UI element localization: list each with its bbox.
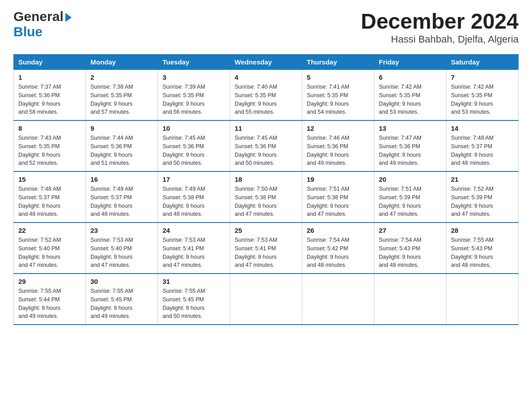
day-info: Sunrise: 7:38 AM Sunset: 5:35 PM Dayligh… [90, 83, 153, 116]
day-info: Sunrise: 7:48 AM Sunset: 5:37 PM Dayligh… [18, 185, 81, 218]
calendar-cell: 14 Sunrise: 7:48 AM Sunset: 5:37 PM Dayl… [446, 120, 519, 171]
day-info: Sunrise: 7:55 AM Sunset: 5:45 PM Dayligh… [163, 287, 225, 321]
day-info: Sunrise: 7:52 AM Sunset: 5:40 PM Dayligh… [18, 236, 81, 270]
calendar-week-5: 29 Sunrise: 7:55 AM Sunset: 5:44 PM Dayl… [14, 274, 519, 325]
calendar-cell: 28 Sunrise: 7:55 AM Sunset: 5:43 PM Dayl… [446, 223, 519, 274]
day-info: Sunrise: 7:54 AM Sunset: 5:43 PM Dayligh… [379, 236, 442, 270]
calendar-week-4: 22 Sunrise: 7:52 AM Sunset: 5:40 PM Dayl… [14, 223, 519, 274]
day-info: Sunrise: 7:43 AM Sunset: 5:35 PM Dayligh… [18, 134, 81, 167]
calendar-cell: 16 Sunrise: 7:49 AM Sunset: 5:37 PM Dayl… [86, 171, 158, 223]
day-info: Sunrise: 7:39 AM Sunset: 5:35 PM Dayligh… [163, 83, 225, 116]
day-info: Sunrise: 7:52 AM Sunset: 5:39 PM Dayligh… [451, 185, 514, 218]
day-header-wednesday: Wednesday [230, 55, 302, 70]
day-info: Sunrise: 7:47 AM Sunset: 5:36 PM Dayligh… [379, 134, 442, 167]
day-number: 23 [90, 227, 153, 234]
calendar-cell [230, 274, 302, 325]
day-info: Sunrise: 7:42 AM Sunset: 5:35 PM Dayligh… [451, 83, 514, 116]
day-header-monday: Monday [86, 55, 158, 70]
day-number: 17 [163, 176, 225, 183]
calendar-title: December 2024 [361, 9, 519, 34]
calendar-cell: 5 Sunrise: 7:41 AM Sunset: 5:35 PM Dayli… [302, 70, 374, 121]
day-number: 3 [163, 73, 225, 81]
day-number: 22 [18, 227, 81, 234]
calendar-cell: 30 Sunrise: 7:55 AM Sunset: 5:45 PM Dayl… [86, 274, 158, 325]
day-number: 10 [163, 124, 225, 132]
day-number: 12 [307, 124, 369, 132]
title-block: December 2024 Hassi Bahbah, Djelfa, Alge… [361, 9, 519, 45]
calendar-week-2: 8 Sunrise: 7:43 AM Sunset: 5:35 PM Dayli… [14, 120, 519, 171]
calendar-cell: 1 Sunrise: 7:37 AM Sunset: 5:36 PM Dayli… [14, 70, 86, 121]
day-info: Sunrise: 7:55 AM Sunset: 5:44 PM Dayligh… [18, 287, 81, 321]
calendar-cell: 27 Sunrise: 7:54 AM Sunset: 5:43 PM Dayl… [374, 223, 446, 274]
calendar-cell: 26 Sunrise: 7:54 AM Sunset: 5:42 PM Dayl… [302, 223, 374, 274]
calendar-cell: 2 Sunrise: 7:38 AM Sunset: 5:35 PM Dayli… [86, 70, 158, 121]
day-info: Sunrise: 7:53 AM Sunset: 5:41 PM Dayligh… [163, 236, 225, 270]
day-info: Sunrise: 7:51 AM Sunset: 5:39 PM Dayligh… [379, 185, 442, 218]
day-number: 6 [379, 73, 442, 81]
day-header-thursday: Thursday [302, 55, 374, 70]
day-header-friday: Friday [374, 55, 446, 70]
day-number: 20 [379, 176, 442, 183]
day-number: 21 [451, 176, 514, 183]
calendar-cell: 19 Sunrise: 7:51 AM Sunset: 5:38 PM Dayl… [302, 171, 374, 223]
day-info: Sunrise: 7:49 AM Sunset: 5:37 PM Dayligh… [90, 185, 153, 218]
day-info: Sunrise: 7:55 AM Sunset: 5:43 PM Dayligh… [451, 236, 514, 270]
day-number: 31 [163, 278, 225, 285]
day-info: Sunrise: 7:50 AM Sunset: 5:38 PM Dayligh… [235, 185, 297, 218]
day-number: 19 [307, 176, 369, 183]
day-number: 1 [18, 73, 81, 81]
day-number: 24 [163, 227, 225, 234]
calendar-cell [302, 274, 374, 325]
calendar-cell [374, 274, 446, 325]
calendar-cell: 25 Sunrise: 7:53 AM Sunset: 5:41 PM Dayl… [230, 223, 302, 274]
day-header-saturday: Saturday [446, 55, 519, 70]
day-info: Sunrise: 7:42 AM Sunset: 5:35 PM Dayligh… [379, 83, 442, 116]
calendar-cell: 8 Sunrise: 7:43 AM Sunset: 5:35 PM Dayli… [14, 120, 86, 171]
calendar-cell: 20 Sunrise: 7:51 AM Sunset: 5:39 PM Dayl… [374, 171, 446, 223]
calendar-week-1: 1 Sunrise: 7:37 AM Sunset: 5:36 PM Dayli… [14, 70, 519, 121]
day-info: Sunrise: 7:40 AM Sunset: 5:35 PM Dayligh… [235, 83, 297, 116]
day-number: 25 [235, 227, 297, 234]
day-info: Sunrise: 7:44 AM Sunset: 5:36 PM Dayligh… [90, 134, 153, 167]
calendar-cell: 10 Sunrise: 7:45 AM Sunset: 5:36 PM Dayl… [158, 120, 230, 171]
day-number: 5 [307, 73, 369, 81]
day-number: 27 [379, 227, 442, 234]
day-info: Sunrise: 7:49 AM Sunset: 5:38 PM Dayligh… [163, 185, 225, 218]
day-number: 13 [379, 124, 442, 132]
day-number: 2 [90, 73, 153, 81]
day-info: Sunrise: 7:51 AM Sunset: 5:38 PM Dayligh… [307, 185, 369, 218]
calendar-cell: 22 Sunrise: 7:52 AM Sunset: 5:40 PM Dayl… [14, 223, 86, 274]
calendar-cell: 15 Sunrise: 7:48 AM Sunset: 5:37 PM Dayl… [14, 171, 86, 223]
calendar-subtitle: Hassi Bahbah, Djelfa, Algeria [361, 34, 519, 45]
calendar-cell: 18 Sunrise: 7:50 AM Sunset: 5:38 PM Dayl… [230, 171, 302, 223]
calendar-cell: 11 Sunrise: 7:45 AM Sunset: 5:36 PM Dayl… [230, 120, 302, 171]
day-number: 11 [235, 124, 297, 132]
day-header-tuesday: Tuesday [158, 55, 230, 70]
day-info: Sunrise: 7:48 AM Sunset: 5:37 PM Dayligh… [451, 134, 514, 167]
day-info: Sunrise: 7:53 AM Sunset: 5:41 PM Dayligh… [235, 236, 297, 270]
calendar-cell: 29 Sunrise: 7:55 AM Sunset: 5:44 PM Dayl… [14, 274, 86, 325]
day-number: 30 [90, 278, 153, 285]
calendar-cell: 31 Sunrise: 7:55 AM Sunset: 5:45 PM Dayl… [158, 274, 230, 325]
day-number: 29 [18, 278, 81, 285]
day-number: 16 [90, 176, 153, 183]
day-number: 26 [307, 227, 369, 234]
day-info: Sunrise: 7:37 AM Sunset: 5:36 PM Dayligh… [18, 83, 81, 116]
calendar-week-3: 15 Sunrise: 7:48 AM Sunset: 5:37 PM Dayl… [14, 171, 519, 223]
calendar-header-row: SundayMondayTuesdayWednesdayThursdayFrid… [14, 55, 519, 70]
logo-text-blue: Blue [13, 24, 72, 39]
day-info: Sunrise: 7:45 AM Sunset: 5:36 PM Dayligh… [163, 134, 225, 167]
day-number: 4 [235, 73, 297, 81]
day-info: Sunrise: 7:53 AM Sunset: 5:40 PM Dayligh… [90, 236, 153, 270]
calendar-cell: 24 Sunrise: 7:53 AM Sunset: 5:41 PM Dayl… [158, 223, 230, 274]
calendar-table: SundayMondayTuesdayWednesdayThursdayFrid… [13, 54, 519, 325]
day-number: 7 [451, 73, 514, 81]
day-info: Sunrise: 7:41 AM Sunset: 5:35 PM Dayligh… [307, 83, 369, 116]
logo: General Blue [13, 9, 72, 39]
calendar-cell: 13 Sunrise: 7:47 AM Sunset: 5:36 PM Dayl… [374, 120, 446, 171]
calendar-cell: 17 Sunrise: 7:49 AM Sunset: 5:38 PM Dayl… [158, 171, 230, 223]
calendar-cell: 4 Sunrise: 7:40 AM Sunset: 5:35 PM Dayli… [230, 70, 302, 121]
calendar-cell: 12 Sunrise: 7:46 AM Sunset: 5:36 PM Dayl… [302, 120, 374, 171]
logo-triangle-icon [65, 13, 72, 22]
calendar-cell: 21 Sunrise: 7:52 AM Sunset: 5:39 PM Dayl… [446, 171, 519, 223]
